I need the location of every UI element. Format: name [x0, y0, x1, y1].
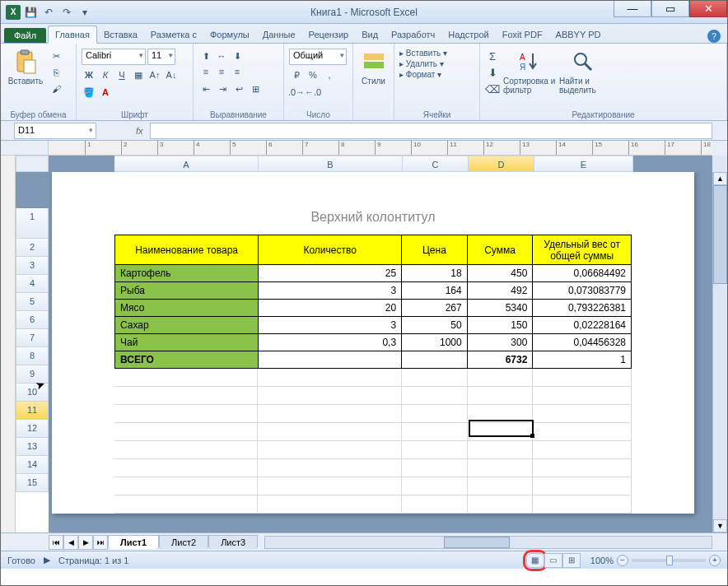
vertical-scrollbar[interactable]: ▲ ▼ [712, 172, 727, 533]
scroll-up-button[interactable]: ▲ [713, 172, 727, 185]
sheet-tab-3[interactable]: Лист3 [208, 535, 258, 549]
tab-foxit[interactable]: Foxit PDF [496, 26, 549, 43]
cells-delete-button[interactable]: ▸ Удалить ▾ [399, 59, 444, 68]
cell[interactable]: 3 [259, 282, 402, 300]
help-icon[interactable]: ? [707, 30, 721, 43]
bold-button[interactable]: Ж [82, 67, 96, 82]
decrease-indent-button[interactable]: ⇤ [198, 81, 213, 96]
tab-view[interactable]: Вид [355, 26, 385, 43]
tab-insert[interactable]: Вставка [97, 26, 144, 43]
cell[interactable]: 450 [467, 265, 533, 282]
cell[interactable]: 0,793226381 [533, 300, 632, 317]
cell[interactable]: Сахар [115, 317, 259, 334]
cut-button[interactable]: ✂ [49, 49, 63, 63]
tab-review[interactable]: Рецензир [302, 26, 356, 43]
formula-bar[interactable] [150, 123, 712, 139]
cell[interactable]: 3 [259, 317, 402, 334]
percent-button[interactable]: % [306, 67, 320, 82]
cell[interactable]: 0,073083779 [533, 282, 632, 300]
row-header-6[interactable]: 6 [16, 311, 49, 329]
col-header-b[interactable]: B [259, 156, 403, 172]
select-all-corner[interactable] [16, 156, 49, 172]
fill-button[interactable]: ⬇ [485, 65, 500, 80]
zoom-percent[interactable]: 100% [590, 556, 614, 565]
paste-button[interactable]: Вставить [6, 49, 45, 86]
qat-redo-button[interactable]: ↷ [58, 4, 75, 21]
cell-total-sum[interactable]: 6732 [467, 351, 533, 369]
horizontal-scrollbar[interactable] [264, 536, 712, 549]
fill-color-button[interactable]: 🪣 [82, 85, 96, 100]
sheet-nav-last[interactable]: ⏭ [93, 535, 108, 550]
wrap-text-button[interactable]: ↩ [231, 81, 246, 96]
cell[interactable]: 0,04456328 [533, 334, 632, 351]
th-price[interactable]: Цена [402, 235, 468, 265]
close-button[interactable]: ✕ [689, 1, 727, 17]
align-middle-button[interactable]: ↔ [214, 49, 229, 63]
cell[interactable]: 300 [467, 334, 533, 351]
qat-customize-icon[interactable]: ▾ [77, 4, 93, 21]
tab-home[interactable]: Главная [48, 26, 97, 44]
qat-undo-button[interactable]: ↶ [40, 4, 57, 21]
cell[interactable]: 5340 [467, 300, 533, 317]
decrease-font-button[interactable]: A↓ [164, 67, 179, 82]
cell[interactable]: 164 [402, 282, 468, 300]
cell[interactable]: 20 [259, 300, 402, 317]
align-right-button[interactable]: ≡ [230, 64, 245, 79]
zoom-out-button[interactable]: − [617, 555, 628, 566]
row-header-15[interactable]: 15 [16, 474, 49, 492]
page-header-placeholder[interactable]: Верхний колонтитул [114, 210, 632, 225]
maximize-button[interactable]: ▭ [651, 1, 689, 17]
tab-developer[interactable]: Разработч [385, 26, 441, 43]
tab-formulas[interactable]: Формулы [203, 26, 256, 43]
increase-decimal-button[interactable]: .0→ [289, 85, 304, 100]
th-qty[interactable]: Количество [259, 235, 402, 265]
zoom-in-button[interactable]: + [709, 555, 721, 566]
clear-button[interactable]: ⌫ [485, 81, 500, 96]
row-header-8[interactable]: 8 [16, 347, 49, 365]
cell[interactable]: 0,3 [259, 334, 402, 351]
cell[interactable]: 492 [467, 282, 533, 300]
align-center-button[interactable]: ≡ [214, 64, 229, 79]
italic-button[interactable]: К [98, 67, 113, 82]
copy-button[interactable]: ⎘ [49, 65, 63, 80]
cell-total-weight[interactable]: 1 [533, 351, 632, 369]
sheet-tab-2[interactable]: Лист2 [159, 535, 208, 549]
file-tab[interactable]: Файл [4, 28, 46, 43]
cell[interactable]: Картофель [115, 265, 259, 282]
th-name[interactable]: Наименование товара [115, 235, 259, 265]
increase-indent-button[interactable]: ⇥ [215, 81, 230, 96]
macro-record-icon[interactable]: ▶ [44, 555, 50, 565]
font-color-button[interactable]: A [98, 85, 113, 100]
merge-button[interactable]: ⊞ [248, 81, 263, 96]
hscroll-thumb[interactable] [444, 537, 510, 548]
align-left-button[interactable]: ≡ [198, 64, 213, 79]
currency-button[interactable]: ₽ [289, 67, 304, 82]
cell[interactable]: 1000 [402, 334, 468, 351]
vscroll-thumb[interactable] [713, 185, 727, 284]
row-header-2[interactable]: 2 [16, 239, 49, 257]
cells-format-button[interactable]: ▸ Формат ▾ [399, 70, 441, 79]
cell[interactable]: 150 [467, 317, 533, 334]
cells-insert-button[interactable]: ▸ Вставить ▾ [399, 49, 447, 58]
cell[interactable]: Мясо [115, 300, 259, 317]
sheet-nav-prev[interactable]: ◀ [63, 535, 78, 550]
sheet-nav-next[interactable]: ▶ [78, 535, 93, 550]
row-header-7[interactable]: 7 [16, 329, 49, 347]
row-header-3[interactable]: 3 [16, 257, 49, 275]
font-size-combo[interactable]: 11 [147, 49, 175, 65]
cell[interactable] [259, 351, 402, 369]
tab-pagelayout[interactable]: Разметка с [144, 26, 203, 43]
sort-filter-button[interactable]: АЯ Сортировка и фильтр [503, 49, 556, 95]
vscroll-track[interactable] [713, 185, 727, 519]
cell[interactable]: 18 [402, 265, 468, 282]
col-header-a[interactable]: A [114, 156, 259, 172]
cell[interactable]: 0,06684492 [533, 265, 632, 282]
page-canvas[interactable]: Верхний колонтитул Наименование товара К… [49, 172, 712, 533]
qat-save-button[interactable]: 💾 [22, 4, 39, 21]
cell[interactable]: 0,02228164 [533, 317, 632, 334]
row-header-4[interactable]: 4 [16, 275, 49, 293]
increase-font-button[interactable]: A↑ [147, 67, 162, 82]
fx-icon[interactable]: fx [129, 126, 150, 136]
cell[interactable]: Рыба [115, 282, 259, 300]
col-header-d[interactable]: D [469, 156, 534, 172]
